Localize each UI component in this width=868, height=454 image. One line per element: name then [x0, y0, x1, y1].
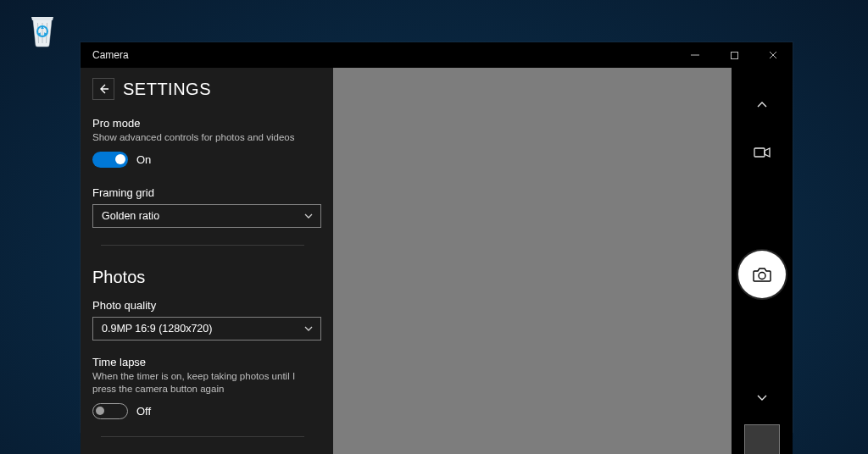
camera-icon [752, 266, 772, 283]
svg-point-9 [759, 273, 765, 280]
divider [101, 436, 304, 437]
video-camera-icon [754, 147, 771, 158]
titlebar[interactable]: Camera [81, 42, 793, 68]
right-action-bar [732, 68, 793, 454]
svg-rect-8 [754, 148, 765, 157]
expand-down-button[interactable] [750, 385, 774, 409]
gallery-thumbnail[interactable] [744, 424, 780, 454]
pro-mode-toggle[interactable] [92, 152, 128, 168]
divider [101, 245, 304, 246]
settings-panel: SETTINGS Pro mode Show advanced controls… [81, 68, 333, 454]
settings-heading: SETTINGS [123, 80, 211, 99]
recycle-bin-icon [25, 11, 59, 48]
back-arrow-icon [97, 82, 110, 96]
close-icon [768, 50, 778, 60]
maximize-button[interactable] [715, 42, 754, 68]
pro-mode-desc: Show advanced controls for photos and vi… [92, 131, 321, 145]
window-title: Camera [92, 49, 129, 61]
time-lapse-toggle[interactable] [92, 403, 128, 419]
photos-section-heading: Photos [92, 268, 321, 287]
framing-grid-select[interactable]: Golden ratio [92, 204, 321, 228]
close-button[interactable] [754, 42, 793, 68]
svg-rect-5 [731, 52, 737, 58]
time-lapse-desc: When the timer is on, keep taking photos… [92, 370, 321, 396]
photo-quality-value: 0.9MP 16:9 (1280x720) [102, 323, 212, 335]
camera-preview [333, 68, 732, 454]
photo-quality-select[interactable]: 0.9MP 16:9 (1280x720) [92, 317, 321, 340]
recycle-bin[interactable] [24, 10, 61, 49]
chevron-down-icon [303, 324, 314, 334]
minimize-button[interactable] [676, 42, 715, 68]
time-lapse-label: Time lapse [92, 356, 321, 368]
back-button[interactable] [92, 78, 114, 100]
chevron-up-icon [755, 98, 769, 112]
pro-mode-label: Pro mode [92, 117, 321, 130]
time-lapse-state: Off [136, 405, 151, 418]
switch-to-video-button[interactable] [750, 141, 774, 164]
chevron-down-icon [755, 390, 769, 404]
chevron-down-icon [303, 211, 314, 221]
framing-grid-value: Golden ratio [102, 210, 159, 222]
pro-mode-state: On [136, 153, 151, 166]
camera-window: Camera SETTINGS Pro mode Show advanced c… [81, 42, 793, 432]
framing-grid-label: Framing grid [92, 186, 321, 199]
shutter-button[interactable] [738, 251, 786, 298]
minimize-icon [690, 50, 700, 60]
maximize-icon [730, 51, 739, 60]
expand-up-button[interactable] [750, 93, 774, 117]
photo-quality-label: Photo quality [92, 299, 321, 312]
